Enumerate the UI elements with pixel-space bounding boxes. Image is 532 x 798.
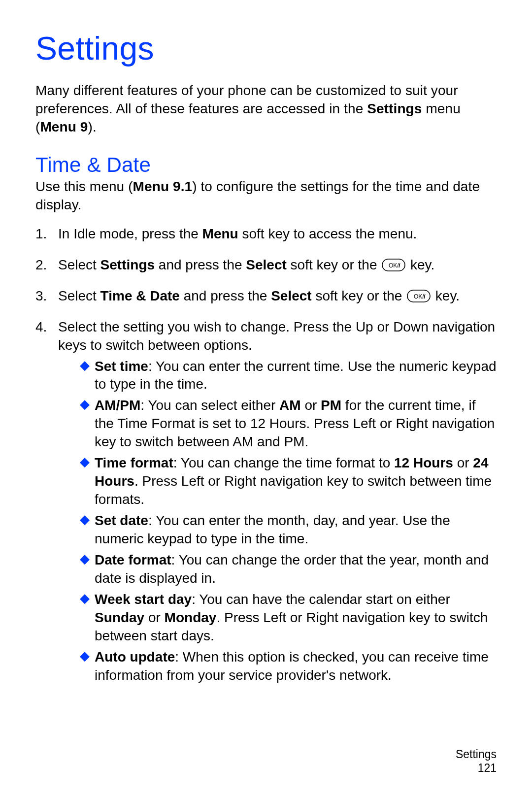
step-text: and press the	[155, 257, 246, 272]
step-2: 2. Select Settings and press the Select …	[35, 256, 499, 274]
section-heading-time-date: Time & Date	[35, 153, 499, 177]
step-bold-select: Select	[271, 288, 312, 303]
bullet-text: : You can have the calendar start on eit…	[192, 592, 450, 607]
bullet-bold-12h: 12 Hours	[394, 455, 453, 470]
bullet-time-format: ◆ Time format: You can change the time f…	[80, 454, 499, 509]
bullet-auto-update: ◆ Auto update: When this option is check…	[80, 648, 499, 685]
diamond-icon: ◆	[80, 552, 90, 565]
bullet-text: : You can select either	[140, 398, 279, 413]
bullet-label: Set time	[95, 359, 148, 374]
diamond-icon: ◆	[80, 455, 90, 468]
step-text: Select	[58, 257, 100, 272]
bullet-text: . Press Left or Right navigation key to …	[95, 473, 492, 507]
ok-key-icon: OK/i	[407, 290, 431, 302]
intro-paragraph: Many different features of your phone ca…	[35, 82, 499, 136]
step-number: 4.	[35, 318, 47, 336]
step-text: key.	[406, 257, 434, 272]
footer-page-number: 121	[456, 761, 497, 775]
step-bold-menu: Menu	[202, 226, 238, 241]
step-1: 1. In Idle mode, press the Menu soft key…	[35, 225, 499, 243]
step-text: key.	[432, 288, 460, 303]
svg-text:i: i	[399, 262, 400, 269]
diamond-icon: ◆	[80, 592, 90, 604]
diamond-icon: ◆	[80, 649, 90, 662]
step-text: soft key to access the menu.	[238, 226, 417, 241]
step-text: soft key or the	[287, 257, 381, 272]
page-footer: Settings 121	[456, 747, 497, 776]
bullet-text: or	[453, 455, 473, 470]
diamond-icon: ◆	[80, 513, 90, 526]
bullet-text: : You can change the time format to	[173, 455, 394, 470]
bullet-week-start: ◆ Week start day: You can have the calen…	[80, 591, 499, 645]
bullet-bold-sunday: Sunday	[95, 610, 144, 625]
step-text: soft key or the	[312, 288, 406, 303]
bullet-list: ◆ Set time: You can enter the current ti…	[58, 358, 499, 685]
bullet-bold-pm: PM	[321, 398, 341, 413]
bullet-text: : You can enter the current time. Use th…	[95, 359, 497, 392]
steps-list: 1. In Idle mode, press the Menu soft key…	[35, 225, 499, 685]
step-number: 3.	[35, 287, 47, 305]
bullet-bold-monday: Monday	[165, 610, 217, 625]
bullet-label: Date format	[95, 552, 171, 567]
bullet-label: Set date	[95, 513, 148, 528]
page-title: Settings	[35, 30, 499, 67]
step-text: Select the setting you wish to change. P…	[58, 319, 495, 353]
bullet-text: or	[301, 398, 321, 413]
bullet-label: Auto update	[95, 649, 175, 665]
bullet-text: : You can enter the month, day, and year…	[95, 513, 450, 546]
step-bold-timedate: Time & Date	[100, 288, 180, 303]
bullet-label: Time format	[95, 455, 173, 470]
intro-bold-menu9: Menu 9	[40, 119, 88, 134]
step-number: 1.	[35, 225, 47, 243]
footer-section-name: Settings	[456, 747, 497, 762]
step-3: 3. Select Time & Date and press the Sele…	[35, 287, 499, 305]
section-desc-before: Use this menu (	[35, 179, 133, 194]
step-text: and press the	[180, 288, 271, 303]
ok-key-icon: OK/i	[382, 259, 405, 271]
section-desc: Use this menu (Menu 9.1) to configure th…	[35, 178, 499, 214]
svg-text:OK/: OK/	[389, 262, 399, 269]
bullet-label: Week start day	[95, 592, 192, 607]
step-bold-select: Select	[246, 257, 287, 272]
step-bold-settings: Settings	[100, 257, 155, 272]
bullet-set-time: ◆ Set time: You can enter the current ti…	[80, 358, 499, 394]
bullet-bold-am: AM	[279, 398, 301, 413]
bullet-label: AM/PM	[95, 398, 140, 413]
bullet-set-date: ◆ Set date: You can enter the month, day…	[80, 512, 499, 548]
step-number: 2.	[35, 256, 47, 274]
svg-text:OK/: OK/	[414, 293, 424, 300]
bullet-am-pm: ◆ AM/PM: You can select either AM or PM …	[80, 397, 499, 451]
bullet-date-format: ◆ Date format: You can change the order …	[80, 551, 499, 588]
intro-bold-settings: Settings	[367, 101, 422, 116]
bullet-text: or	[144, 610, 164, 625]
intro-text-after: ).	[88, 119, 97, 134]
svg-text:i: i	[424, 293, 426, 300]
step-4: 4. Select the setting you wish to change…	[35, 318, 499, 685]
step-text: In Idle mode, press the	[58, 226, 202, 241]
diamond-icon: ◆	[80, 359, 90, 371]
diamond-icon: ◆	[80, 398, 90, 410]
section-desc-bold: Menu 9.1	[133, 179, 193, 194]
step-text: Select	[58, 288, 100, 303]
